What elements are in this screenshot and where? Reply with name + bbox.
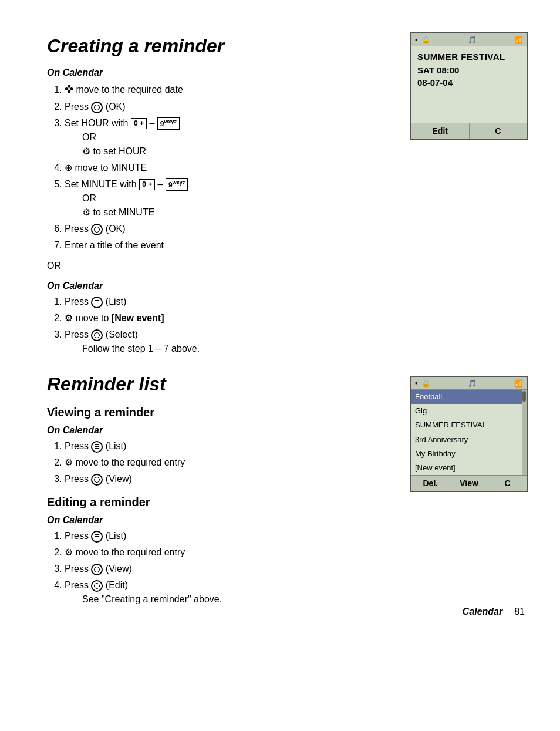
edit-step2: ⚙ move to the required entry xyxy=(65,545,525,560)
list-icon-1: ☰ xyxy=(91,297,103,308)
edit-step4-text: (Edit) xyxy=(106,580,128,590)
step2-3: Press (Select) Follow the step 1 – 7 abo… xyxy=(65,328,525,356)
ok-icon-1 xyxy=(91,102,103,113)
page: ▪ 🔒 🎵 📶 SUMMER FESTIVAL SAT 08:00 08-07-… xyxy=(0,0,560,635)
phone-status-bar-1: ▪ 🔒 🎵 📶 xyxy=(411,33,527,46)
phone-event-title: SUMMER FESTIVAL xyxy=(417,51,521,63)
scrollbar xyxy=(522,390,527,475)
ok-icon-5 xyxy=(91,564,103,575)
press-label-9: Press xyxy=(65,580,91,590)
ok-icon-2 xyxy=(91,224,103,235)
step2-2: ⚙ move to [New event] xyxy=(65,311,525,325)
joystick-icon-1: ⚙ xyxy=(82,146,90,156)
section1-part2-label: On Calendar xyxy=(47,281,525,291)
step1-5-text: Set MINUTE with xyxy=(65,179,139,189)
nav-icon-1: ✤ xyxy=(65,83,73,95)
dash-2: – xyxy=(158,179,166,189)
status-icons-left-2: ▪ 🔒 xyxy=(415,379,430,388)
ok-icon-3 xyxy=(91,329,103,341)
signal-icon-1: 📶 xyxy=(514,36,523,44)
edit-step1-text: (List) xyxy=(106,531,127,541)
edit-step4: Press (Edit) See "Creating a reminder" a… xyxy=(65,578,525,607)
joystick-hour: ⚙ to set HOUR xyxy=(82,146,146,156)
phone-softkey-del[interactable]: Del. xyxy=(411,476,450,491)
or-separator: OR xyxy=(47,261,525,271)
list-item-gig: Gig xyxy=(411,404,522,418)
phone-softkey-edit[interactable]: Edit xyxy=(411,123,470,139)
step1-7-text: Enter a title of the event xyxy=(65,240,164,250)
step1-7: Enter a title of the event xyxy=(65,238,525,252)
nav-icon-2: ⊕ xyxy=(65,163,72,173)
section1-part1-bold: Calendar xyxy=(63,68,103,78)
step1-4: ⊕ move to MINUTE xyxy=(65,161,525,175)
step1-6-text: (OK) xyxy=(106,224,126,234)
edit-see-text: See "Creating a reminder" above. xyxy=(82,594,222,604)
editing-bold: Calendar xyxy=(63,515,103,525)
press-label-7: Press xyxy=(65,531,91,541)
phone-softkey-c2[interactable]: C xyxy=(488,476,527,491)
view-step3-text: (View) xyxy=(106,474,132,484)
phone-event-time: SAT 08:00 xyxy=(417,65,521,75)
step1-5: Set MINUTE with 0 + – 9wxyz OR ⚙ to set … xyxy=(65,177,525,220)
phone-softkeys-1: Edit C xyxy=(411,123,527,139)
viewing-bold: Calendar xyxy=(63,425,103,435)
editing-label: On Calendar xyxy=(47,515,525,525)
footer-page: 81 xyxy=(514,607,525,617)
press-label-8: Press xyxy=(65,564,91,574)
phone-list-wrapper: Football Gig SUMMER FESTIVAL 3rd Anniver… xyxy=(411,390,527,475)
step2-1: Press ☰ (List) xyxy=(65,295,525,309)
or-minute: OR xyxy=(82,193,96,203)
ok-icon-4 xyxy=(91,474,103,486)
edit-step3-text: (View) xyxy=(106,564,132,574)
view-step2-text: move to the required entry xyxy=(75,457,185,467)
step1-4-text: move to MINUTE xyxy=(75,163,147,173)
step2-follow: Follow the step 1 – 7 above. xyxy=(82,343,200,353)
press-label-4: Press xyxy=(65,329,91,339)
joystick-minute: ⚙ to set MINUTE xyxy=(82,207,154,217)
key-9wxyz: 9wxyz xyxy=(157,117,180,130)
list-icon-2: ☰ xyxy=(91,441,103,453)
list-item-summer: SUMMER FESTIVAL xyxy=(411,418,522,432)
new-event-bold: [New event] xyxy=(112,313,164,323)
phone-event-date: 08-07-04 xyxy=(417,78,521,87)
dash-1: – xyxy=(149,118,157,128)
step1-6: Press (OK) xyxy=(65,222,525,236)
step2-2-text: move to xyxy=(75,313,111,323)
lock-icon-1: 🔒 xyxy=(421,36,430,44)
press-label-2: Press xyxy=(65,224,91,234)
editing-subtitle: Editing a reminder xyxy=(47,496,525,509)
music-icon-1: 🎵 xyxy=(468,36,477,44)
signal-icon-2: 📶 xyxy=(514,379,523,388)
list-item-football: Football xyxy=(411,390,522,404)
step1-3-text: Set HOUR with xyxy=(65,118,131,128)
or-hour: OR xyxy=(82,132,96,142)
status-icons-left-1: ▪ 🔒 xyxy=(415,35,430,44)
step1-1-text: move to the required date xyxy=(76,85,183,95)
section1-part2-steps: Press ☰ (List) ⚙ move to [New event] Pre… xyxy=(65,295,525,356)
list-icon-3: ☰ xyxy=(91,531,103,543)
section1-part2-bold: Calendar xyxy=(63,281,103,291)
joystick-icon-4: ⚙ xyxy=(65,457,73,467)
phone-softkeys-2: Del. View C xyxy=(411,475,527,491)
phone-list-body: Football Gig SUMMER FESTIVAL 3rd Anniver… xyxy=(411,390,522,475)
battery-icon-1: ▪ xyxy=(415,35,418,44)
lock-icon-2: 🔒 xyxy=(421,379,430,388)
ok-icon-6 xyxy=(91,580,103,592)
edit-step2-text: move to the required entry xyxy=(75,547,185,557)
phone-softkey-view[interactable]: View xyxy=(450,476,489,491)
key-0-plus: 0 + xyxy=(131,118,147,129)
phone-softkey-c1[interactable]: C xyxy=(470,123,527,139)
editing-steps: Press ☰ (List) ⚙ move to the required en… xyxy=(65,529,525,607)
press-label-1: Press xyxy=(65,102,91,112)
battery-icon-2: ▪ xyxy=(415,379,418,388)
joystick-icon-2: ⚙ xyxy=(82,207,90,217)
footer-label: Calendar xyxy=(463,607,502,617)
phone-screen-2: ▪ 🔒 🎵 📶 Football Gig SUMMER FESTIVAL 3rd… xyxy=(410,376,528,492)
step1-2-text: (OK) xyxy=(106,102,126,112)
phone-status-bar-2: ▪ 🔒 🎵 📶 xyxy=(411,377,527,390)
joystick-icon-3: ⚙ xyxy=(65,313,73,323)
footer: Calendar 81 xyxy=(463,607,525,617)
list-item-anniversary: 3rd Anniversary xyxy=(411,433,522,447)
phone-screen-1: ▪ 🔒 🎵 📶 SUMMER FESTIVAL SAT 08:00 08-07-… xyxy=(410,32,528,140)
list-item-new-event: [New event] xyxy=(411,461,522,475)
